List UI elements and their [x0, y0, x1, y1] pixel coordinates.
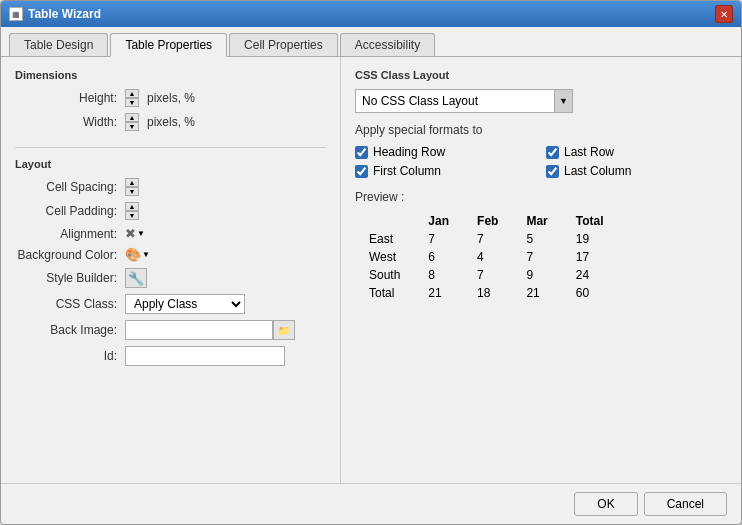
alignment-label: Alignment: — [15, 227, 125, 241]
preview-table: Jan Feb Mar Total East 7 7 5 19 — [355, 212, 618, 302]
browse-button[interactable]: 📁 — [273, 320, 295, 340]
alignment-dropdown-arrow: ▼ — [137, 229, 145, 238]
header-jan: Jan — [414, 212, 463, 230]
css-dropdown-arrow[interactable]: ▼ — [555, 89, 573, 113]
dialog-title: Table Wizard — [28, 7, 101, 21]
cancel-button[interactable]: Cancel — [644, 492, 727, 516]
tabs-bar: Table Design Table Properties Cell Prope… — [1, 27, 741, 57]
cell-padding-up-button[interactable]: ▲ — [125, 202, 139, 211]
cell-padding-label: Cell Padding: — [15, 204, 125, 218]
east-jan: 7 — [414, 230, 463, 248]
total-mar: 21 — [512, 284, 561, 302]
south-jan: 8 — [414, 266, 463, 284]
row-south: South — [355, 266, 414, 284]
east-mar: 5 — [512, 230, 561, 248]
id-input[interactable] — [125, 346, 285, 366]
height-label: Height: — [15, 91, 125, 105]
west-total: 17 — [562, 248, 618, 266]
bg-color-group: Background Color: 🎨 ▼ — [15, 247, 326, 262]
tab-cell-properties[interactable]: Cell Properties — [229, 33, 338, 56]
content-area: Dimensions Height: ▲ ▼ pixels, % Width: … — [1, 57, 741, 483]
right-panel: CSS Class Layout No CSS Class Layout ▼ A… — [341, 57, 741, 483]
checkbox-heading-row: Heading Row — [355, 145, 536, 159]
first-column-label: First Column — [373, 164, 441, 178]
row-total: Total — [355, 284, 414, 302]
last-column-label: Last Column — [564, 164, 631, 178]
south-mar: 9 — [512, 266, 561, 284]
cell-spacing-spinner: ▲ ▼ — [125, 178, 139, 196]
row-west: West — [355, 248, 414, 266]
footer: OK Cancel — [1, 483, 741, 524]
left-panel: Dimensions Height: ▲ ▼ pixels, % Width: … — [1, 57, 341, 483]
back-image-input[interactable] — [125, 320, 273, 340]
width-group: Width: ▲ ▼ pixels, % — [15, 113, 326, 131]
header-total: Total — [562, 212, 618, 230]
width-label: Width: — [15, 115, 125, 129]
height-units: pixels, % — [147, 91, 195, 105]
dialog-window: ▦ Table Wizard ✕ Table Design Table Prop… — [0, 0, 742, 525]
table-row: Total 21 18 21 60 — [355, 284, 618, 302]
cell-padding-group: Cell Padding: ▲ ▼ — [15, 202, 326, 220]
bg-color-label: Background Color: — [15, 248, 125, 262]
heading-row-label: Heading Row — [373, 145, 445, 159]
preview-section: Preview : Jan Feb Mar Total East — [355, 190, 727, 471]
browse-icon: 📁 — [278, 325, 290, 336]
tab-table-design[interactable]: Table Design — [9, 33, 108, 56]
css-layout-dropdown[interactable]: No CSS Class Layout — [355, 89, 555, 113]
last-column-checkbox[interactable] — [546, 165, 559, 178]
bg-color-button[interactable]: 🎨 ▼ — [125, 247, 150, 262]
close-button[interactable]: ✕ — [715, 5, 733, 23]
cell-padding-down-button[interactable]: ▼ — [125, 211, 139, 220]
style-builder-icon: 🔧 — [128, 271, 144, 286]
id-label: Id: — [15, 349, 125, 363]
title-bar-left: ▦ Table Wizard — [9, 7, 101, 21]
table-header-row: Jan Feb Mar Total — [355, 212, 618, 230]
alignment-button[interactable]: ✖ ▼ — [125, 226, 145, 241]
app-icon: ▦ — [9, 7, 23, 21]
table-row: West 6 4 7 17 — [355, 248, 618, 266]
west-mar: 7 — [512, 248, 561, 266]
width-units: pixels, % — [147, 115, 195, 129]
cell-padding-spinner: ▲ ▼ — [125, 202, 139, 220]
width-spinner-buttons: ▲ ▼ — [125, 113, 139, 131]
south-total: 24 — [562, 266, 618, 284]
cell-spacing-down-button[interactable]: ▼ — [125, 187, 139, 196]
css-class-layout-label: CSS Class Layout — [355, 69, 727, 81]
css-class-layout-section: CSS Class Layout No CSS Class Layout ▼ — [355, 69, 727, 113]
width-spinner: ▲ ▼ pixels, % — [125, 113, 195, 131]
checkbox-last-row: Last Row — [546, 145, 727, 159]
preview-label: Preview : — [355, 190, 727, 204]
apply-special-label: Apply special formats to — [355, 123, 727, 137]
header-mar: Mar — [512, 212, 561, 230]
css-layout-dropdown-container: No CSS Class Layout ▼ — [355, 89, 727, 113]
east-feb: 7 — [463, 230, 512, 248]
west-jan: 6 — [414, 248, 463, 266]
dimensions-label: Dimensions — [15, 69, 326, 81]
style-builder-button[interactable]: 🔧 — [125, 268, 147, 288]
checkboxes-grid: Heading Row Last Row First Column Last C… — [355, 145, 727, 178]
last-row-checkbox[interactable] — [546, 146, 559, 159]
checkbox-first-column: First Column — [355, 164, 536, 178]
style-builder-label: Style Builder: — [15, 271, 125, 285]
cell-spacing-up-button[interactable]: ▲ — [125, 178, 139, 187]
height-spinner: ▲ ▼ pixels, % — [125, 89, 195, 107]
style-builder-group: Style Builder: 🔧 — [15, 268, 326, 288]
header-empty — [355, 212, 414, 230]
width-down-button[interactable]: ▼ — [125, 122, 139, 131]
table-row: South 8 7 9 24 — [355, 266, 618, 284]
tab-accessibility[interactable]: Accessibility — [340, 33, 435, 56]
last-row-label: Last Row — [564, 145, 614, 159]
title-bar: ▦ Table Wizard ✕ — [1, 1, 741, 27]
height-down-button[interactable]: ▼ — [125, 98, 139, 107]
divider-1 — [15, 147, 326, 148]
id-group: Id: — [15, 346, 326, 366]
width-up-button[interactable]: ▲ — [125, 113, 139, 122]
css-class-dropdown[interactable]: Apply Class — [125, 294, 245, 314]
height-up-button[interactable]: ▲ — [125, 89, 139, 98]
first-column-checkbox[interactable] — [355, 165, 368, 178]
bg-color-dropdown-arrow: ▼ — [142, 250, 150, 259]
row-east: East — [355, 230, 414, 248]
tab-table-properties[interactable]: Table Properties — [110, 33, 227, 57]
heading-row-checkbox[interactable] — [355, 146, 368, 159]
ok-button[interactable]: OK — [574, 492, 637, 516]
